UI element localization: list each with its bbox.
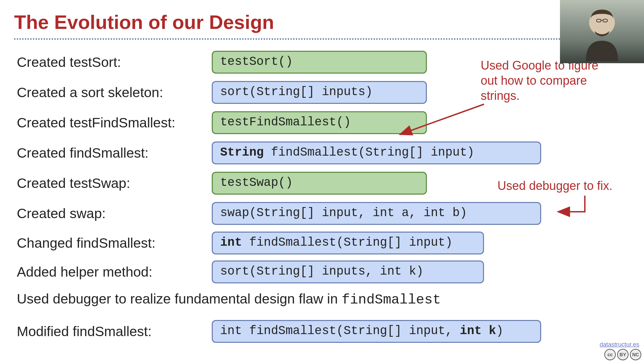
code-box: testSort() xyxy=(212,51,427,73)
slide-title: The Evolution of our Design xyxy=(14,11,274,33)
row-findsmallest: Created findSmallest: String findSmalles… xyxy=(17,138,608,168)
cc-icon: cc xyxy=(604,349,616,360)
cc-badge: cc BY NC xyxy=(604,349,641,360)
code-box: swap(String[] input, int a, int b) xyxy=(212,202,541,225)
row-testfindsmallest: Created testFindSmallest: testFindSmalle… xyxy=(17,108,608,138)
row-changed-findsmallest: Changed findSmallest: int findSmallest(S… xyxy=(17,229,608,257)
narrative-line: Used debugger to realize fundamental des… xyxy=(17,291,608,308)
row-label: Created testSwap: xyxy=(17,175,212,191)
code-box: testFindSmallest() xyxy=(212,111,427,134)
code-box: sort(String[] inputs, int k) xyxy=(212,260,484,283)
row-helper: Added helper method: sort(String[] input… xyxy=(17,257,608,286)
person-icon xyxy=(575,1,629,62)
code-box: String findSmallest(String[] input) xyxy=(212,142,541,164)
cc-by-icon: BY xyxy=(617,349,629,360)
row-swap: Created swap: swap(String[] input, int a… xyxy=(17,198,608,229)
row-label: Created testSort: xyxy=(17,54,212,70)
code-box: int findSmallest(String[] input) xyxy=(212,232,484,254)
cc-nc-icon: NC xyxy=(630,349,641,360)
code-box: int findSmallest(String[] input, int k) xyxy=(212,320,541,342)
row-label: Changed findSmallest: xyxy=(17,235,212,251)
row-label: Created swap: xyxy=(17,206,212,221)
row-label: Added helper method: xyxy=(17,264,212,280)
slide: The Evolution of our Design Created test… xyxy=(0,0,644,363)
row-label: Created testFindSmallest: xyxy=(17,115,212,131)
code-box: sort(String[] inputs) xyxy=(212,81,427,104)
row-modified-findsmallest: Modified findSmallest: int findSmallest(… xyxy=(17,316,608,347)
row-label: Created findSmallest: xyxy=(17,145,212,161)
webcam-thumbnail xyxy=(560,0,644,63)
annotation-debugger: Used debugger to fix. xyxy=(497,178,612,193)
annotation-google: Used Google to figure out how to compare… xyxy=(481,58,608,103)
code-box: testSwap() xyxy=(212,172,427,194)
title-divider xyxy=(14,38,631,40)
row-label: Created a sort skeleton: xyxy=(17,85,212,100)
row-label: Modified findSmallest: xyxy=(17,324,212,339)
footer-link[interactable]: datastructur.es xyxy=(600,341,639,348)
